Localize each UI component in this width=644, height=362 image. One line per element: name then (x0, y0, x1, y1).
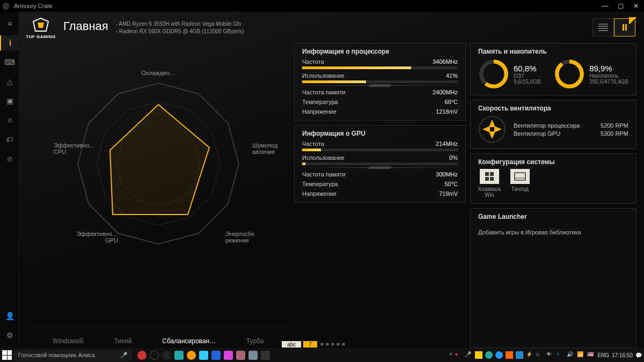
taskbar: Голосовой помощник Алиса 🎤 ^ ● 🎤 ⚡ ⎚ 👁 ᚼ… (0, 348, 644, 362)
wifi-icon[interactable]: 📶 (577, 351, 584, 359)
sidebar-menu-icon[interactable]: ≡ (0, 16, 19, 31)
svg-rect-18 (490, 177, 494, 181)
titlebar: Armoury Crate — ▢ ✕ (0, 0, 644, 12)
sidebar-home-icon[interactable]: i (0, 35, 19, 50)
ram-label: ОЗУ (514, 73, 541, 79)
tray-icon[interactable] (495, 351, 503, 359)
gpu-panel: Информация о GPU Частота214MHz Использов… (294, 125, 466, 203)
svg-text:Эффективно…GPU: Эффективно…GPU (77, 231, 118, 243)
status-seven: 7 (303, 341, 317, 348)
app-icon[interactable] (236, 351, 245, 360)
app-icon[interactable] (187, 351, 196, 360)
clock[interactable]: 17:16:50 (612, 352, 633, 358)
sidebar-camera-icon[interactable]: ▣ (0, 93, 19, 108)
minimize-button[interactable]: — (602, 2, 608, 10)
gpu-usage-value: 0% (449, 154, 458, 161)
app-icon[interactable] (162, 351, 171, 360)
svg-rect-19 (515, 173, 525, 180)
tuf-logo: TUF GAMING (26, 15, 56, 41)
tray-icon[interactable] (475, 351, 482, 359)
tray-icon[interactable]: 👁 (546, 351, 554, 359)
svg-point-25 (342, 343, 345, 346)
sound-icon[interactable]: 🔊 (567, 351, 574, 359)
app-icon[interactable] (211, 351, 221, 360)
launcher-text: Добавить игры в Игровая библиотека (478, 229, 628, 235)
page-title: Главная (63, 19, 108, 33)
system-tray: ^ ● 🎤 ⚡ ⎚ 👁 ᚼ 🔊 📶 🇺🇸 ENG 17:16:50 💬 (450, 351, 642, 359)
tray-icon[interactable] (485, 351, 493, 359)
fan-panel: Скорость вентилятора Ве (470, 100, 636, 149)
memory-panel: Память и накопитель 60,8% ОЗУ 9,6/15,8GB (470, 43, 636, 95)
spec-cpu: - AMD Ryzen 5 3550H with Radeon Vega Mob… (116, 20, 244, 28)
mic-icon[interactable]: 🎤 (120, 352, 128, 359)
config-panel: Конфигурация системы Клавиша Win Тачпэд (470, 153, 636, 204)
sidebar-tag-icon[interactable]: 🏷 (0, 132, 19, 147)
sidebar-tuning-icon[interactable]: ⎚ (0, 113, 19, 128)
sidebar-aura-icon[interactable]: △ (0, 74, 19, 89)
app-icon[interactable] (150, 351, 159, 360)
cpu-freq-value: 3406MHz (433, 58, 458, 65)
gpu-panel-title: Информация о GPU (302, 130, 458, 137)
taskbar-apps (137, 351, 270, 360)
svg-point-21 (320, 343, 324, 346)
start-button[interactable] (2, 350, 12, 360)
tray-icon[interactable]: ● (455, 351, 462, 359)
svg-rect-0 (623, 24, 624, 31)
gpu-usage-bar (302, 162, 305, 165)
fan-cpu-value: 5200 RPM (601, 122, 628, 129)
performance-radar: Охлажден… Шумоподавление Энергосбережени… (27, 43, 290, 348)
view-list-icon[interactable] (592, 18, 614, 36)
tray-icon[interactable]: ⎚ (536, 351, 544, 359)
cpu-panel: Информация о процессоре Частота3406MHz И… (294, 43, 466, 121)
status-strip: abc 7 (0, 341, 644, 348)
app-icon[interactable] (174, 351, 184, 360)
sidebar-screen-icon[interactable]: ⎚ (0, 151, 19, 166)
radar-label-cooling: Охлажден… (141, 70, 175, 76)
ram-sub: 9,6/15,8GB (514, 79, 541, 85)
config-touchpad[interactable]: Тачпэд (510, 169, 530, 198)
cpu-temp-value: 68°C (444, 99, 458, 105)
tray-icon[interactable]: 🎤 (465, 351, 472, 359)
svg-point-22 (326, 343, 329, 346)
bluetooth-icon[interactable]: ᚼ (557, 351, 564, 359)
fan-gpu-value: 5300 RPM (601, 130, 628, 137)
sidebar-account-icon[interactable]: 👤 (0, 308, 19, 323)
sidebar-keyboard-icon[interactable]: ⌨ (0, 55, 19, 70)
header: TUF GAMING Главная - AMD Ryzen 5 3550H w… (19, 12, 644, 43)
app-icon[interactable] (248, 351, 258, 360)
config-panel-title: Конфигурация системы (478, 158, 628, 166)
gpu-freq-value: 214MHz (436, 141, 458, 147)
winkey-icon (480, 169, 499, 184)
disk-pct: 89,9% (589, 64, 628, 73)
taskbar-search[interactable]: Голосовой помощник Алиса 🎤 (14, 349, 132, 361)
ram-donut-icon (478, 58, 509, 90)
launcher-panel[interactable]: Game Launcher Добавить игры в Игровая би… (470, 208, 636, 348)
view-card-icon[interactable] (614, 18, 635, 36)
tray-chevron-icon[interactable]: ^ (450, 352, 452, 358)
app-icon[interactable] (224, 351, 233, 360)
app-icon[interactable] (261, 351, 270, 360)
window-title: Armoury Crate (14, 3, 53, 9)
app-icon[interactable] (137, 351, 147, 360)
gpu-temp-value: 50°C (444, 181, 458, 187)
cpu-freq-bar (302, 67, 411, 69)
svg-rect-17 (485, 177, 489, 181)
tray-icon[interactable] (516, 351, 523, 359)
svg-marker-5 (110, 105, 209, 215)
cpu-memfreq-value: 2400MHz (433, 89, 458, 95)
tray-icon[interactable]: ⚡ (526, 351, 533, 359)
gpu-volt-value: 718mV (439, 190, 458, 197)
tray-icon[interactable] (506, 351, 513, 359)
maximize-button[interactable]: ▢ (618, 2, 624, 10)
config-winkey[interactable]: Клавиша Win (478, 169, 501, 198)
disk-label: Накопитель (589, 73, 628, 79)
cpu-panel-title: Информация о процессоре (302, 48, 458, 55)
flag-icon[interactable]: 🇺🇸 (587, 351, 595, 359)
system-specs: - AMD Ryzen 5 3550H with Radeon Vega Mob… (116, 20, 244, 35)
svg-text:Энергосбережение: Энергосбережение (225, 231, 254, 243)
close-button[interactable]: ✕ (633, 2, 639, 10)
app-icon[interactable] (199, 351, 208, 360)
status-abc: abc (282, 341, 301, 348)
lang-indicator[interactable]: ENG (597, 352, 609, 358)
notifications-icon[interactable]: 💬 (635, 352, 642, 358)
